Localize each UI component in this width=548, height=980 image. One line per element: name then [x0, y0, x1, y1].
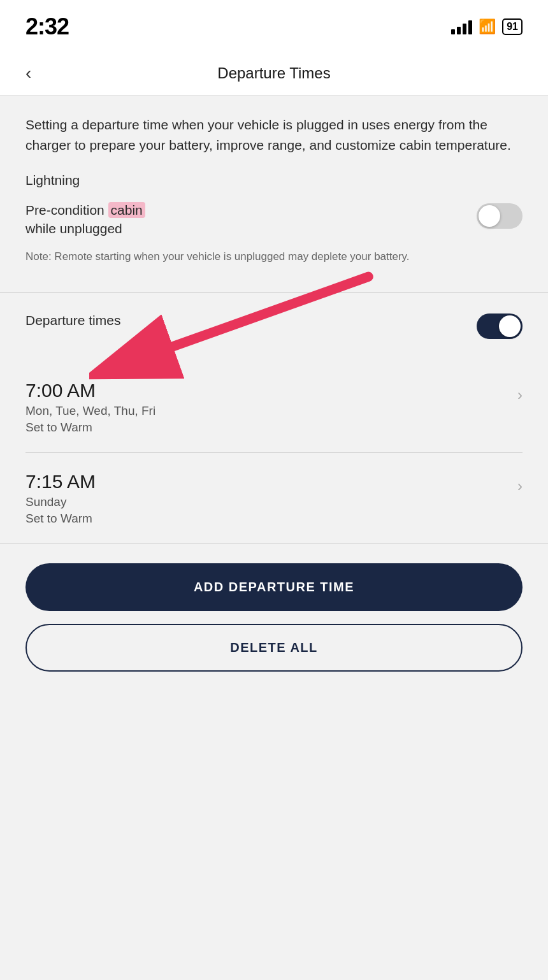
time-entry-1-info: 7:00 AM Mon, Tue, Wed, Thu, Fri Set to W…: [25, 380, 155, 435]
time-entry-2-info: 7:15 AM Sunday Set to Warm: [25, 471, 96, 526]
buttons-area: ADD DEPARTURE TIME DELETE ALL: [0, 544, 548, 687]
time-value-1: 7:00 AM: [25, 380, 155, 401]
departure-times-toggle[interactable]: [477, 313, 523, 339]
add-departure-time-button[interactable]: ADD DEPARTURE TIME: [25, 563, 523, 611]
vehicle-label: Lightning: [25, 173, 523, 188]
back-button[interactable]: ‹: [25, 63, 31, 83]
signal-icon: [451, 19, 472, 34]
delete-all-button[interactable]: DELETE ALL: [25, 624, 523, 672]
time-mode-2: Set to Warm: [25, 512, 96, 526]
time-days-2: Sunday: [25, 495, 96, 509]
wifi-icon: 📶: [479, 18, 496, 35]
status-icons: 📶 91: [451, 18, 523, 35]
highlight-cabin: cabin: [108, 202, 145, 218]
status-time: 2:32: [25, 13, 69, 40]
departure-times-section: Departure times: [0, 293, 548, 362]
precondition-row: Pre-condition cabinwhile unplugged: [25, 201, 523, 238]
time-entry-1[interactable]: 7:00 AM Mon, Tue, Wed, Thu, Fri Set to W…: [0, 362, 548, 452]
time-value-2: 7:15 AM: [25, 471, 96, 493]
chevron-right-icon-1: ›: [517, 386, 523, 404]
time-entry-2[interactable]: 7:15 AM Sunday Set to Warm ›: [0, 453, 548, 544]
departure-times-knob: [499, 315, 521, 337]
precondition-toggle[interactable]: [477, 203, 523, 229]
departure-times-label: Departure times: [25, 311, 120, 329]
departure-times-row: Departure times: [25, 311, 523, 339]
page-title: Departure Times: [217, 64, 330, 82]
chevron-right-icon-2: ›: [517, 477, 523, 495]
description-section: Setting a departure time when your vehic…: [0, 96, 548, 292]
nav-header: ‹ Departure Times: [0, 51, 548, 96]
time-days-1: Mon, Tue, Wed, Thu, Fri: [25, 404, 155, 418]
battery-icon: 91: [502, 18, 523, 35]
precondition-label: Pre-condition cabinwhile unplugged: [25, 201, 145, 238]
description-text: Setting a departure time when your vehic…: [25, 115, 523, 155]
note-text: Note: Remote starting when your vehicle …: [25, 249, 523, 265]
status-bar: 2:32 📶 91: [0, 0, 548, 51]
toggle-knob: [479, 205, 500, 227]
main-content: Setting a departure time when your vehic…: [0, 96, 548, 687]
time-mode-1: Set to Warm: [25, 421, 155, 435]
